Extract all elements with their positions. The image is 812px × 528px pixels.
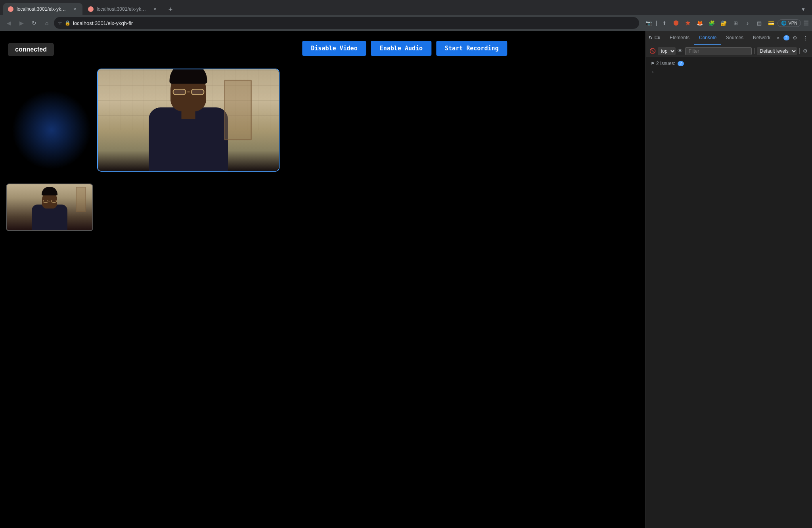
devtools-issues-row[interactable]: ⚑ 2 Issues: 2	[649, 59, 809, 68]
person-glasses	[172, 88, 205, 96]
svg-rect-2	[659, 37, 660, 39]
address-bar-url: localhost:3001/elx-ykqh-flr	[73, 20, 635, 26]
main-area: connected Disable Video Enable Audio Sta…	[0, 31, 812, 528]
devtools-chevron[interactable]: ›	[649, 68, 809, 76]
devtools-settings-icon-button[interactable]: ⚙	[802, 46, 809, 56]
person-hair	[170, 69, 207, 84]
share-button[interactable]: ⬆	[659, 17, 670, 29]
devtools-settings-button[interactable]: ⚙	[790, 33, 800, 43]
puzzle-extension-button[interactable]: 🧩	[706, 17, 717, 29]
connection-status-badge: connected	[8, 43, 54, 56]
devtools-issues-icon: ⚑	[651, 61, 655, 66]
tab-2-title: localhost:3001/elx-ykqh-flr	[97, 6, 148, 12]
brave-rewards-button[interactable]	[682, 17, 693, 29]
devtools-issues-count-badge: 2	[678, 61, 684, 66]
svg-marker-0	[686, 21, 690, 25]
back-button[interactable]: ◀	[3, 17, 14, 29]
vpn-label: VPN	[788, 21, 797, 25]
devtools-tabs: Elements Console Sources Network »	[665, 31, 781, 45]
wallet-button[interactable]: 💳	[766, 17, 777, 29]
tab-1-close-button[interactable]: ✕	[71, 6, 78, 12]
new-tab-button[interactable]: +	[165, 4, 176, 15]
devtools-tab-console[interactable]: Console	[694, 31, 721, 45]
devtools-secondary-separator	[754, 48, 755, 54]
tab-1[interactable]: localhost:3001/elx-ykqh-flr ✕	[3, 3, 82, 15]
tab-2-close-button[interactable]: ✕	[151, 6, 158, 12]
devtools-device-button[interactable]	[655, 33, 660, 43]
sidebar-button[interactable]: ▤	[754, 17, 765, 29]
devtools-toolbar: Elements Console Sources Network » 2 ⚙	[646, 31, 812, 45]
fox-extension-button[interactable]: 🦊	[694, 17, 705, 29]
devtools-clear-button[interactable]: 🚫	[649, 46, 656, 56]
enable-audio-button[interactable]: Enable Audio	[371, 41, 431, 56]
page-content: connected Disable Video Enable Audio Sta…	[0, 31, 645, 528]
devtools-issues-badge[interactable]: 2	[783, 35, 790, 40]
address-bar-bookmark-icon: ☆	[58, 20, 62, 26]
devtools-console-content: ⚑ 2 Issues: 2 ›	[646, 57, 812, 528]
browser-chrome: localhost:3001/elx-ykqh-flr ✕ localhost:…	[0, 0, 812, 528]
start-recording-button[interactable]: Start Recording	[436, 41, 507, 56]
disable-video-button[interactable]: Disable Video	[302, 41, 366, 56]
reload-button[interactable]: ↻	[29, 17, 40, 29]
tab-bar: localhost:3001/elx-ykqh-flr ✕ localhost:…	[0, 0, 812, 15]
extension-overflow-button[interactable]: ⊞	[730, 17, 741, 29]
camera-icon-button[interactable]: 📷	[643, 17, 654, 29]
address-bar-container[interactable]: ☆ 🔒 localhost:3001/elx-ykqh-flr	[54, 17, 639, 29]
door-frame	[224, 80, 252, 141]
tab-1-favicon	[8, 6, 13, 12]
devtools-tab-sources[interactable]: Sources	[721, 31, 748, 45]
devtools-issues-text: 2 Issues:	[656, 61, 675, 66]
local-video-container	[6, 184, 93, 231]
tab-1-title: localhost:3001/elx-ykqh-flr	[17, 6, 68, 12]
vpn-button[interactable]: 🌐 VPN	[778, 19, 801, 27]
devtools-filter-input[interactable]	[685, 47, 752, 55]
devtools-right-actions: 2 ⚙ ⋮ ✕	[782, 33, 812, 43]
devtools-panel: Elements Console Sources Network » 2 ⚙	[645, 31, 812, 528]
person-figure	[141, 80, 236, 171]
devtools-levels-select[interactable]: Default levels	[757, 47, 797, 55]
local-glasses-right	[51, 200, 57, 203]
glasses-left-lens	[172, 89, 186, 95]
nav-right-icons: 📷 | ⬆ 🦊 🧩 🔐 ⊞ ♪ ▤ 💳 🌐	[643, 17, 809, 29]
devtools-eye-button[interactable]: 👁	[677, 47, 684, 55]
brave-shield-button[interactable]	[670, 17, 682, 29]
blue-glow-effect	[12, 90, 91, 170]
nav-bar: ◀ ▶ ↻ ⌂ ☆ 🔒 localhost:3001/elx-ykqh-flr …	[0, 15, 812, 31]
tab-2[interactable]: localhost:3001/elx-ykqh-flr ✕	[83, 3, 163, 15]
controls-bar: Disable Video Enable Audio Start Recordi…	[302, 41, 507, 56]
hamburger-menu-button[interactable]: ☰	[803, 19, 809, 27]
lock-extension-button[interactable]: 🔐	[718, 17, 729, 29]
devtools-tab-elements[interactable]: Elements	[665, 31, 694, 45]
devtools-context-select[interactable]: top	[658, 47, 676, 55]
nav-separator-1: |	[655, 20, 658, 26]
devtools-secondary-bar: 🚫 top 👁 Default levels ⚙	[646, 45, 812, 57]
devtools-overflow-button[interactable]: ⋮	[801, 33, 810, 43]
main-video-feed	[98, 69, 279, 171]
music-extension-button[interactable]: ♪	[742, 17, 753, 29]
glasses-right-lens	[191, 89, 204, 95]
tab-2-favicon	[88, 6, 94, 12]
address-bar-lock-icon: 🔒	[65, 20, 71, 26]
forward-button[interactable]: ▶	[16, 17, 27, 29]
local-door-frame	[76, 187, 86, 212]
main-video-container	[97, 69, 280, 172]
svg-rect-1	[655, 36, 658, 39]
glasses-bridge	[187, 92, 190, 92]
local-glasses-bridge	[49, 201, 50, 201]
local-glasses-left	[43, 200, 48, 203]
local-person-glasses	[42, 199, 57, 203]
home-button[interactable]: ⌂	[41, 17, 52, 29]
devtools-secondary-separator-2	[799, 48, 800, 54]
vpn-icon: 🌐	[781, 21, 787, 26]
local-person-figure	[30, 193, 69, 230]
tab-dropdown-button[interactable]: ▼	[798, 4, 809, 15]
devtools-inspect-button[interactable]	[648, 33, 654, 43]
local-video-feed	[7, 184, 92, 230]
devtools-tab-network[interactable]: Network	[748, 31, 775, 45]
devtools-tabs-overflow[interactable]: »	[775, 35, 781, 41]
